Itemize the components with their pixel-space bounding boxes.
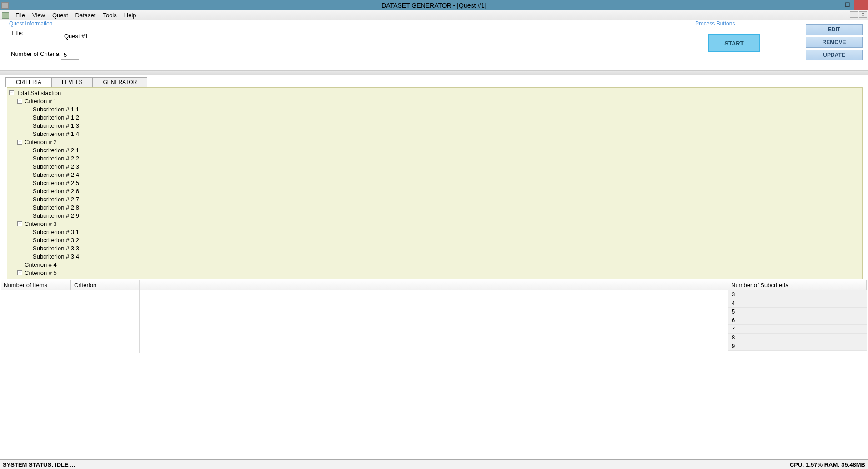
num-criteria-label: Number of Criteria: [11,50,61,57]
header-number-of-subcriteria[interactable]: Number of Subcriteria [728,280,867,290]
subcriteria-option[interactable]: 6 [728,316,867,325]
subcriteria-option[interactable]: 5 [728,308,867,316]
tree-node[interactable]: −Criterion # 5 [7,269,862,277]
menubar: FileViewQuestDatasetToolsHelp [0,10,868,20]
menu-quest[interactable]: Quest [49,11,72,20]
title-label: Title: [11,29,61,36]
collapse-icon[interactable]: − [9,90,14,95]
tree-node[interactable]: Subcriterion # 2,8 [7,203,862,211]
tree-label: Criterion # 1 [24,98,57,105]
tab-criteria[interactable]: CRITERIA [5,77,52,87]
tree-node[interactable]: Subcriterion # 2,9 [7,211,862,220]
tree-node[interactable]: Subcriterion # 1,1 [7,105,862,113]
tree-node[interactable]: Subcriterion # 3,3 [7,244,862,252]
tree-label: Subcriterion # 2,1 [32,147,79,154]
tree-label: Subcriterion # 1,1 [32,106,79,113]
menu-view[interactable]: View [29,11,49,20]
subcriteria-option[interactable]: 4 [728,299,867,308]
tab-strip: CRITERIALEVELSGENERATOR [5,77,868,87]
col-number-of-items: Number of Items [1,280,71,353]
titlebar: DATASET GENERATOR - [Quest #1] — ☐ [0,0,868,10]
mdi-icon [2,12,9,19]
quest-info-legend: Quest Information [8,20,53,27]
tree-node[interactable]: Criterion # 4 [7,260,862,269]
header-spacer [140,280,728,290]
tree-node[interactable]: Subcriterion # 1,3 [7,121,862,130]
subcriteria-option[interactable]: 8 [728,334,867,342]
tab-generator[interactable]: GENERATOR [92,77,147,87]
tree-node[interactable]: −Criterion # 1 [7,97,862,105]
tree-label: Criterion # 5 [24,269,57,276]
tree-label: Subcriterion # 2,6 [32,188,79,195]
tree-label: Criterion # 4 [24,261,57,268]
tree-label: Subcriterion # 2,3 [32,163,79,170]
tree-node[interactable]: Subcriterion # 2,3 [7,162,862,170]
start-button[interactable]: START [708,34,760,52]
tree-label: Subcriterion # 1,3 [32,122,79,129]
app-icon [1,2,9,9]
collapse-icon[interactable]: − [17,270,22,275]
subcriteria-option[interactable]: 3 [728,290,867,299]
tree-label: Subcriterion # 3,2 [32,237,79,244]
tree-node[interactable]: Subcriterion # 3,2 [7,236,862,244]
tree-node[interactable]: Subcriterion # 5,1 [7,277,862,279]
tree-node[interactable]: Subcriterion # 1,2 [7,113,862,121]
tree-label: Total Satisfaction [15,90,61,96]
mdi-controls: - □ [849,11,867,18]
num-criteria-input[interactable] [61,50,79,60]
collapse-icon[interactable]: − [17,221,22,226]
tree-label: Subcriterion # 3,4 [32,253,79,260]
col-spacer [140,280,728,353]
tree-node[interactable]: Subcriterion # 2,6 [7,187,862,195]
tree-node[interactable]: Subcriterion # 2,1 [7,146,862,154]
collapse-icon[interactable]: − [17,140,22,145]
tree-node[interactable]: Subcriterion # 3,4 [7,252,862,260]
remove-button[interactable]: REMOVE [806,37,863,48]
divider [0,70,868,75]
tree-node[interactable]: Subcriterion # 2,7 [7,195,862,203]
subcriteria-option[interactable]: 7 [728,325,867,334]
tree-node[interactable]: −Criterion # 3 [7,220,862,228]
tree-label: Subcriterion # 1,4 [32,130,79,137]
menu-file[interactable]: File [12,11,29,20]
window-controls: — ☐ [827,0,868,10]
quest-information-group: Quest Information Title: Number of Crite… [3,24,683,69]
tree-node[interactable]: Subcriterion # 2,5 [7,179,862,187]
subcriteria-option[interactable]: 9 [728,342,867,351]
upper-panel: Quest Information Title: Number of Crite… [0,20,868,70]
window-title: DATASET GENERATOR - [Quest #1] [381,2,487,9]
tab-content: −Total Satisfaction−Criterion # 1Subcrit… [5,87,868,279]
mdi-restore-button[interactable]: □ [859,11,867,18]
tree-node[interactable]: −Total Satisfaction [7,89,862,97]
tree-node[interactable]: Subcriterion # 2,4 [7,170,862,179]
minimize-button[interactable]: — [827,0,841,10]
tree-node[interactable]: Subcriterion # 1,4 [7,130,862,138]
subcriteria-list[interactable]: 3456789 [728,290,867,351]
header-criterion[interactable]: Criterion [71,280,139,290]
title-input[interactable] [61,29,228,43]
edit-button[interactable]: EDIT [806,24,863,35]
close-button[interactable] [854,0,868,10]
mdi-minimize-button[interactable]: - [850,11,858,18]
maximize-button[interactable]: ☐ [841,0,854,10]
tree-node[interactable]: −Criterion # 2 [7,138,862,146]
collapse-icon[interactable]: − [17,99,22,104]
col-number-of-subcriteria: Number of Subcriteria 3456789 [728,280,867,353]
tab-levels[interactable]: LEVELS [51,77,93,87]
tree-label: Subcriterion # 2,7 [32,196,79,203]
menu-tools[interactable]: Tools [99,11,120,20]
col-criterion: Criterion [71,280,140,353]
status-bar: SYSTEM STATUS: IDLE ... CPU: 1.57% RAM: … [0,459,868,469]
update-button[interactable]: UPDATE [806,50,863,60]
menu-dataset[interactable]: Dataset [72,11,100,20]
tree-node[interactable]: Subcriterion # 3,1 [7,228,862,236]
bottom-table: Number of Items Criterion Number of Subc… [1,280,867,353]
criteria-tree[interactable]: −Total Satisfaction−Criterion # 1Subcrit… [7,87,863,279]
header-number-of-items[interactable]: Number of Items [1,280,71,290]
tree-label: Subcriterion # 2,2 [32,155,79,162]
tree-node[interactable]: Subcriterion # 2,2 [7,154,862,162]
tree-label: Subcriterion # 3,1 [32,229,79,235]
status-right: CPU: 1.57% RAM: 35.48MB [790,461,865,468]
menu-help[interactable]: Help [120,11,140,20]
process-legend: Process Buttons [694,20,736,27]
